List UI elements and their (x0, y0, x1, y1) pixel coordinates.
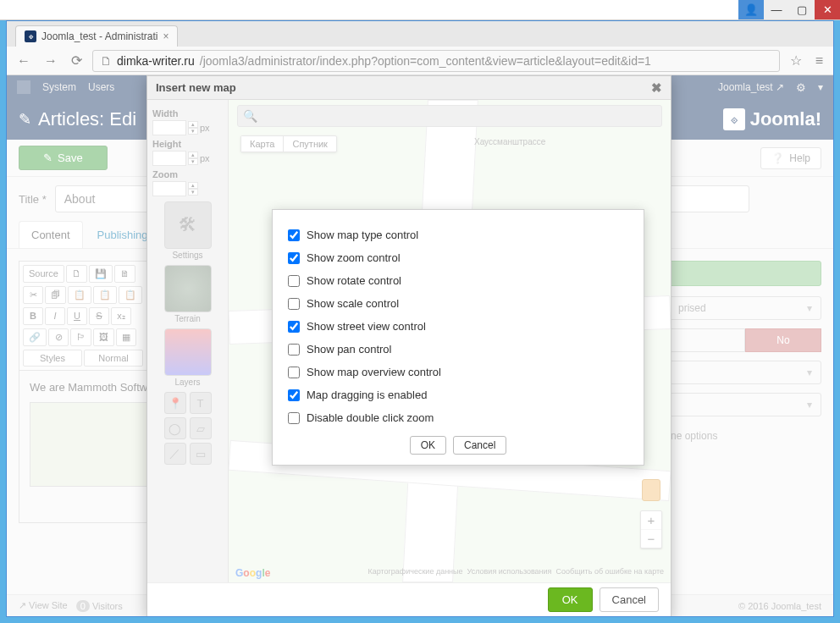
settings-option-row[interactable]: Show street view control (288, 315, 628, 338)
back-icon[interactable]: ← (14, 53, 34, 69)
settings-checkbox[interactable] (288, 298, 300, 310)
win-user-button[interactable]: 👤 (738, 0, 764, 19)
settings-option-label: Show pan control (307, 343, 391, 356)
address-bar: ← → ⟳ 🗋 dimka-writer.ru/joomla3/administ… (7, 47, 833, 75)
modal-footer: OK Cancel (147, 582, 671, 616)
settings-option-label: Show zoom control (307, 251, 401, 264)
settings-option-row[interactable]: Disable double click zoom (288, 406, 628, 429)
settings-option-row[interactable]: Show pan control (288, 338, 628, 361)
settings-option-row[interactable]: Show map overview control (288, 361, 628, 383)
settings-option-row[interactable]: Show map type control (288, 223, 628, 246)
settings-checkbox[interactable] (288, 229, 300, 241)
settings-option-label: Map dragging is enabled (307, 389, 427, 401)
settings-option-label: Show rotate control (307, 274, 401, 287)
win-minimize-button[interactable]: ― (764, 0, 789, 19)
modal-cancel-button[interactable]: Cancel (600, 587, 659, 612)
settings-checkbox[interactable] (288, 344, 300, 356)
sidebar-dim-overlay (147, 100, 229, 582)
modal-header: Insert new map ✖ (147, 76, 671, 100)
win-close-button[interactable]: ✕ (815, 0, 840, 19)
map-settings-popup: Show map type controlShow zoom controlSh… (272, 209, 644, 466)
menu-icon[interactable]: ≡ (812, 53, 826, 69)
settings-checkbox[interactable] (288, 412, 300, 424)
settings-option-label: Show map type control (307, 229, 418, 241)
url-path: /joomla3/administrator/index.php?option=… (200, 54, 651, 68)
settings-option-label: Show street view control (307, 320, 426, 333)
settings-option-row[interactable]: Show zoom control (288, 246, 628, 269)
browser-tab[interactable]: ⟐ Joomla_test - Administrati × (15, 25, 178, 47)
page-icon: 🗋 (100, 54, 112, 68)
settings-cancel-button[interactable]: Cancel (453, 436, 506, 455)
tab-strip: ⟐ Joomla_test - Administrati × (7, 21, 833, 47)
settings-ok-button[interactable]: OK (410, 436, 446, 455)
windows-titlebar: 👤 ― ▢ ✕ (0, 0, 840, 20)
url-input[interactable]: 🗋 dimka-writer.ru/joomla3/administrator/… (92, 50, 780, 72)
bookmark-icon[interactable]: ☆ (787, 52, 805, 69)
settings-option-row[interactable]: Show rotate control (288, 269, 628, 292)
settings-option-row[interactable]: Map dragging is enabled (288, 383, 628, 406)
settings-option-row[interactable]: Show scale control (288, 292, 628, 315)
settings-checkbox[interactable] (288, 275, 300, 287)
modal-title: Insert new map (156, 81, 236, 94)
reload-icon[interactable]: ⟳ (68, 52, 86, 69)
joomla-favicon-icon: ⟐ (25, 30, 36, 42)
settings-checkbox[interactable] (288, 367, 300, 378)
settings-option-label: Show map overview control (307, 366, 441, 378)
settings-option-label: Disable double click zoom (307, 411, 434, 424)
win-maximize-button[interactable]: ▢ (789, 0, 815, 19)
settings-checkbox[interactable] (288, 252, 300, 264)
tab-close-icon[interactable]: × (163, 30, 169, 42)
settings-checkbox[interactable] (288, 321, 300, 333)
browser-window: ⟐ Joomla_test - Administrati × ← → ⟳ 🗋 d… (6, 20, 834, 617)
page-content: System Users Joomla_test ↗ ⚙ ▾ ✎ Article… (7, 75, 833, 616)
modal-close-icon[interactable]: ✖ (651, 80, 662, 96)
tab-title: Joomla_test - Administrati (41, 30, 158, 42)
settings-option-label: Show scale control (307, 297, 399, 310)
modal-ok-button[interactable]: OK (548, 587, 593, 612)
settings-checkbox[interactable] (288, 389, 300, 401)
forward-icon[interactable]: → (41, 53, 61, 69)
url-domain: dimka-writer.ru (117, 54, 195, 68)
